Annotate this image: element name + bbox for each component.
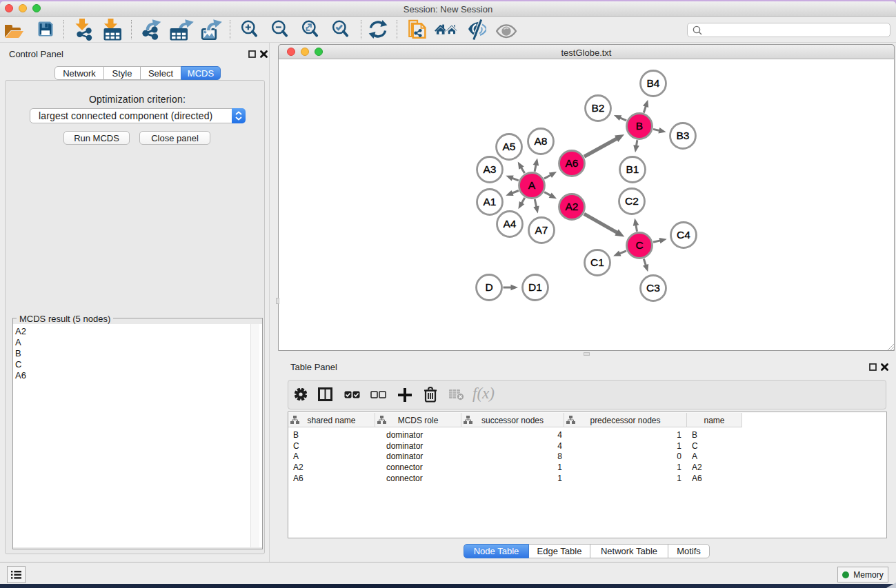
svg-text:A7: A7 (535, 224, 548, 236)
svg-text:C1: C1 (590, 256, 604, 268)
svg-text:A2: A2 (566, 201, 579, 212)
svg-text:B3: B3 (677, 130, 690, 141)
svg-text:A6: A6 (566, 157, 579, 169)
svg-text:D: D (485, 281, 492, 293)
svg-text:A8: A8 (535, 135, 548, 147)
svg-text:C: C (635, 239, 643, 251)
svg-text:B2: B2 (592, 102, 605, 114)
svg-text:A1: A1 (484, 196, 497, 207)
svg-text:C2: C2 (625, 195, 639, 207)
svg-text:A5: A5 (503, 141, 516, 152)
svg-text:A4: A4 (504, 218, 517, 230)
svg-text:A3: A3 (484, 163, 497, 175)
svg-text:B4: B4 (647, 77, 660, 89)
svg-text:B: B (636, 120, 643, 132)
svg-text:D1: D1 (528, 281, 542, 293)
svg-text:A: A (528, 179, 536, 191)
svg-text:C3: C3 (646, 282, 660, 294)
svg-text:C4: C4 (677, 229, 690, 241)
svg-text:B1: B1 (626, 163, 639, 175)
